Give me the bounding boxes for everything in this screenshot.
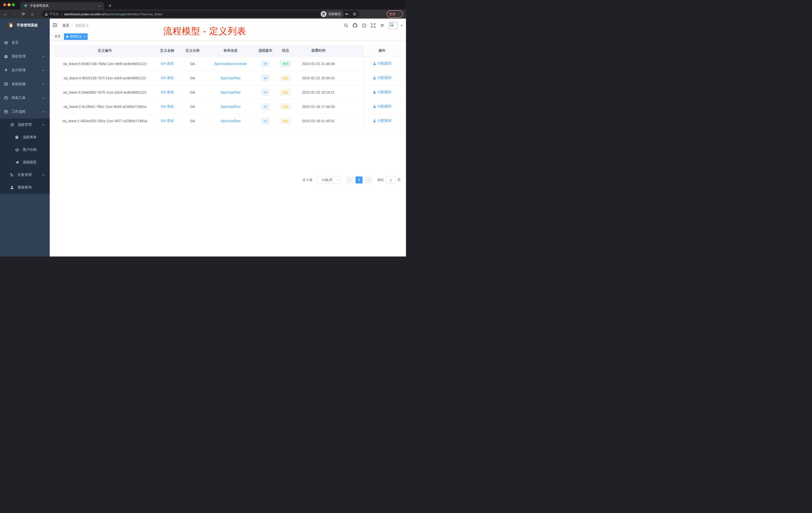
definition-name-link[interactable]: OA 请假 — [161, 119, 174, 123]
toolbox-icon — [4, 96, 8, 100]
assign-rule-link[interactable]: 分配规则 — [373, 76, 392, 80]
definition-name-link[interactable]: OA 请假 — [161, 76, 174, 80]
cell-id: oa_leave:3:1fad3d93-7b75-11ec-a3c8-acde4… — [54, 85, 156, 99]
form-link[interactable]: /bpm/oa/flow — [221, 90, 240, 94]
tab-close-icon[interactable]: × — [97, 4, 102, 8]
logo-rabbit-image — [8, 22, 14, 28]
sidebar-item-devtools[interactable]: 研发工具 — [0, 91, 50, 105]
cell-deploy-time: 2022-01-22 19:19:11 — [295, 85, 342, 99]
version-badge: v1 — [261, 118, 270, 124]
avatar-caret-down-icon[interactable]: ▼ — [401, 24, 403, 27]
address-bar[interactable]: 不安全 | dashboard.yudao.iocoder.cn/bpm/man… — [42, 10, 359, 18]
prev-page-button[interactable]: ‹ — [346, 176, 353, 183]
help-icon[interactable]: ? — [362, 23, 366, 28]
goto-label: 前往 — [377, 178, 384, 182]
sidebar-item-task-management[interactable]: 任务管理 — [0, 169, 50, 181]
form-link[interactable]: /bpm/oa/flow — [221, 76, 240, 80]
main-area: 首页 / 流程定义 流程模型 - 定义列表 ? — [50, 19, 406, 256]
app-window: 芋道管理系统 首页 系统管理 ￥ 支付管 — [0, 19, 406, 256]
col-header-form: 表单信息 — [206, 45, 255, 57]
goto-page-input[interactable] — [386, 176, 396, 183]
cell-id: oa_leave:5:004b710b-7b8a-11ec-8ef0-acde4… — [54, 57, 156, 71]
status-badge: 挂起 — [280, 103, 291, 110]
window-zoom-button[interactable] — [12, 3, 15, 6]
incognito-label: 无痕模式 — [328, 12, 341, 16]
assign-rule-link[interactable]: 分配规则 — [373, 61, 392, 66]
user-group-face-icon — [15, 148, 19, 152]
sidebar-menu: 首页 系统管理 ￥ 支付管理 — [0, 36, 50, 194]
cell-id: oa_leave:1:482ec033-762a-11ec-8477-a2380… — [54, 114, 156, 128]
sidebar-item-label: 研发工具 — [11, 96, 26, 100]
sidebar-item-workflow[interactable]: 工作流程 — [0, 105, 50, 118]
breadcrumb-current: 流程定义 — [75, 23, 89, 28]
assign-rule-link[interactable]: 分配规则 — [373, 104, 392, 109]
avatar-broken-image[interactable] — [389, 22, 398, 29]
bookmark-star-icon[interactable] — [352, 12, 356, 16]
assign-rule-link[interactable]: 分配规则 — [373, 90, 392, 94]
incognito-icon — [321, 11, 326, 17]
browser-tab[interactable]: 芋道管理系统 × — [20, 2, 104, 9]
hamburger-icon[interactable] — [52, 23, 57, 28]
pagination-total: 共 5 条 — [302, 178, 313, 182]
col-header-filler — [342, 45, 363, 57]
tag-close-icon[interactable]: × — [84, 35, 85, 38]
annotation-title: 流程模型 - 定义列表 — [163, 25, 246, 37]
sidebar-item-system[interactable]: 系统管理 — [0, 50, 50, 63]
assign-rule-link[interactable]: 分配规则 — [373, 118, 392, 123]
definition-name-link[interactable]: OA 请假 — [161, 104, 174, 109]
next-page-button[interactable]: › — [365, 176, 372, 183]
sidebar-item-user-group[interactable]: 用户分组 — [0, 144, 50, 156]
font-size-icon[interactable]: tT — [380, 23, 384, 28]
url-divider: | — [61, 12, 62, 16]
update-button[interactable]: 更新 ⋮ — [387, 10, 403, 18]
sidebar-item-leave-query[interactable]: 请假查询 — [0, 181, 50, 194]
home-icon[interactable]: ⌂ — [29, 9, 36, 19]
sidebar-item-process-model[interactable]: 流程模型 — [0, 156, 50, 169]
new-tab-button[interactable]: + — [107, 2, 114, 9]
search-icon[interactable] — [344, 23, 348, 28]
table-row: oa_leave:3:1fad3d93-7b75-11ec-a3c8-acde4… — [54, 85, 401, 99]
cell-category: OA — [179, 114, 206, 128]
form-link[interactable]: /bpm/oa/flow — [221, 105, 240, 109]
form-link[interactable]: /bpm/oa/leave/create — [214, 62, 247, 66]
briefcase-icon — [4, 110, 8, 114]
sidebar-item-process-management[interactable]: 流程管理 — [0, 118, 50, 131]
window-minimize-button[interactable] — [7, 3, 10, 6]
sidebar-item-label: 流程模型 — [23, 160, 37, 164]
page-content: 定义编号 定义名称 定义分类 表单信息 流程版本 状态 部署时间 操作 — [50, 41, 406, 256]
current-page-button[interactable]: 1 — [355, 176, 362, 183]
sidebar-item-infrastructure[interactable]: 基础设施 — [0, 77, 50, 91]
sidebar-item-label: 工作流程 — [11, 110, 26, 114]
url-path: /bpm/manager/definition?key=oa_leave — [105, 12, 162, 16]
page-size-select[interactable]: 10条/页 — [317, 176, 341, 183]
update-label: 更新 — [389, 12, 396, 16]
breadcrumb-home[interactable]: 首页 — [62, 23, 69, 28]
fullscreen-icon[interactable] — [371, 23, 375, 28]
tag-process-definition[interactable]: 流程定义 × — [64, 33, 88, 40]
sidebar-item-process-form[interactable]: 流程表单 — [0, 131, 50, 144]
definition-name-link[interactable]: OA 请假 — [161, 90, 174, 94]
tag-home[interactable]: 首页 — [52, 33, 63, 40]
sidebar-logo[interactable]: 芋道管理系统 — [0, 19, 50, 32]
form-link[interactable]: /bpm/oa/flow — [221, 119, 240, 123]
sidebar-item-home[interactable]: 首页 — [0, 36, 50, 50]
forward-icon[interactable]: → — [10, 9, 18, 19]
cell-id: oa_leave:4:991f2193-7b7f-11ec-a3c8-acde4… — [54, 71, 156, 85]
pagination: 共 5 条 10条/页 ‹ 1 › 前往 页 — [302, 176, 401, 183]
definition-name-link[interactable]: OA 请假 — [161, 61, 174, 65]
window-close-button[interactable] — [3, 3, 6, 6]
security-warning-icon — [45, 12, 48, 16]
security-warning-label[interactable]: 不安全 — [50, 12, 59, 16]
incognito-badge: 无痕模式 — [320, 10, 344, 18]
back-icon[interactable]: ← — [1, 9, 9, 19]
navbar-actions: ? tT ▼ — [344, 19, 403, 32]
github-icon[interactable] — [353, 23, 357, 28]
chevron-down-icon — [42, 56, 45, 58]
reload-icon[interactable]: ⟳ — [20, 9, 27, 19]
workflow-submenu: 流程管理 流程表单 用户分组 — [0, 118, 50, 194]
col-header-status: 状态 — [276, 45, 295, 57]
kebab-menu-icon[interactable]: ⋮ — [397, 13, 401, 15]
password-key-icon[interactable] — [345, 12, 349, 16]
svg-text:?: ? — [363, 24, 365, 27]
sidebar-item-payment[interactable]: ￥ 支付管理 — [0, 63, 50, 77]
